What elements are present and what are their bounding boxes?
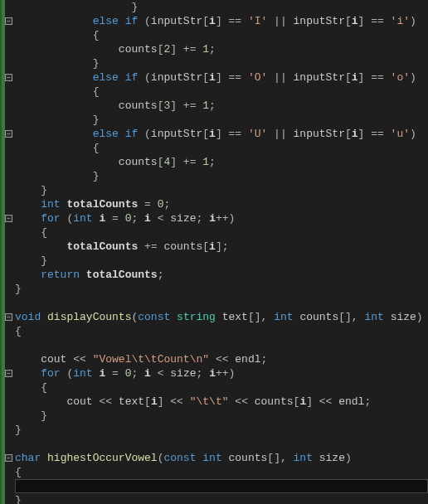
fold-toggle-icon[interactable] — [5, 215, 12, 222]
code-line[interactable]: } — [15, 56, 428, 70]
code-line[interactable]: } — [15, 409, 428, 423]
code-line[interactable]: } — [15, 113, 428, 127]
fold-toggle-icon[interactable] — [5, 17, 12, 25]
fold-toggle-icon[interactable] — [5, 370, 12, 377]
fold-toggle-icon[interactable] — [5, 454, 12, 462]
code-line[interactable]: } — [15, 183, 428, 197]
gutter — [0, 0, 15, 504]
code-line[interactable] — [15, 479, 428, 493]
code-line[interactable]: int totalCounts = 0; — [15, 197, 428, 211]
code-line[interactable]: cout << text[i] << "\t\t" << counts[i] <… — [15, 395, 428, 409]
fold-column — [5, 0, 15, 504]
fold-toggle-icon[interactable] — [5, 74, 12, 81]
code-line[interactable]: cout << "Vowel\t\tCount\n" << endl; — [15, 352, 428, 366]
code-line[interactable]: { — [15, 141, 428, 155]
code-line[interactable]: else if (inputStr[i] == 'I' || inputStr[… — [15, 14, 428, 28]
code-line[interactable]: else if (inputStr[i] == 'O' || inputStr[… — [15, 70, 428, 85]
code-line[interactable]: } — [15, 282, 428, 296]
code-line[interactable]: { — [15, 225, 428, 240]
fold-toggle-icon[interactable] — [5, 130, 12, 138]
code-line[interactable]: } — [15, 0, 428, 14]
code-line[interactable]: return totalCounts; — [15, 268, 428, 282]
code-line[interactable]: { — [15, 465, 428, 479]
code-line[interactable]: } — [15, 254, 428, 268]
fold-toggle-icon[interactable] — [5, 313, 12, 321]
code-line[interactable]: { — [15, 380, 428, 395]
code-line[interactable]: } — [15, 493, 428, 504]
code-line[interactable]: for (int i = 0; i < size; i++) — [15, 211, 428, 225]
code-line[interactable]: counts[2] += 1; — [15, 42, 428, 56]
code-line[interactable]: } — [15, 169, 428, 183]
code-line[interactable]: } — [15, 423, 428, 437]
code-line[interactable]: { — [15, 85, 428, 99]
code-area[interactable]: } else if (inputStr[i] == 'I' || inputSt… — [15, 0, 428, 504]
code-line[interactable] — [15, 296, 428, 310]
code-line[interactable] — [15, 437, 428, 451]
code-line[interactable] — [15, 338, 428, 352]
code-line[interactable]: else if (inputStr[i] == 'U' || inputStr[… — [15, 127, 428, 141]
code-line[interactable]: char highestOccurVowel(const int counts[… — [15, 451, 428, 465]
code-line[interactable]: counts[3] += 1; — [15, 99, 428, 113]
code-editor[interactable]: } else if (inputStr[i] == 'I' || inputSt… — [0, 0, 428, 504]
code-line[interactable]: void displayCounts(const string text[], … — [15, 310, 428, 324]
code-line[interactable]: for (int i = 0; i < size; i++) — [15, 366, 428, 380]
code-line[interactable]: { — [15, 324, 428, 338]
code-line[interactable]: counts[4] += 1; — [15, 155, 428, 169]
code-line[interactable]: totalCounts += counts[i]; — [15, 240, 428, 254]
code-line[interactable]: { — [15, 28, 428, 42]
